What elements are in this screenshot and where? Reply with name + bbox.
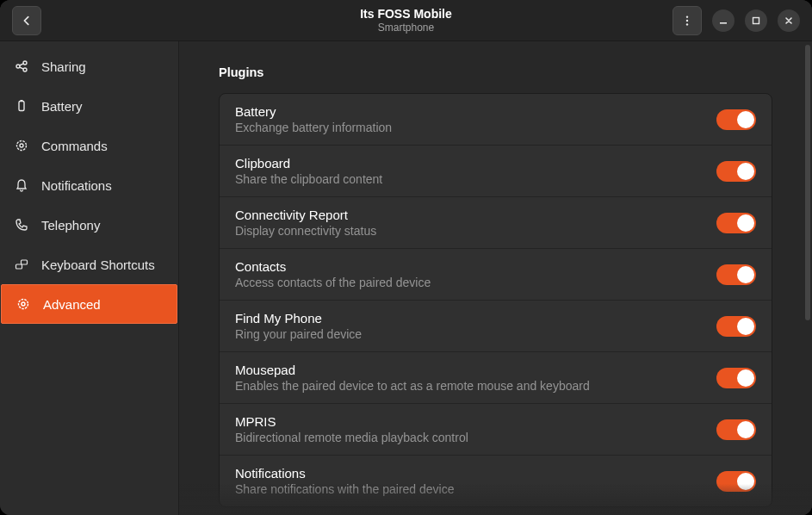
plugin-row-clipboard[interactable]: Clipboard Share the clipboard content xyxy=(220,146,772,197)
sidebar-item-label: Keyboard Shortcuts xyxy=(41,258,155,272)
svg-rect-12 xyxy=(16,264,22,269)
back-button[interactable] xyxy=(12,6,41,35)
svg-point-0 xyxy=(686,16,688,17)
plugin-row-connectivity-report[interactable]: Connectivity Report Display connectivity… xyxy=(220,197,772,249)
kebab-menu-icon xyxy=(681,15,693,27)
share-icon xyxy=(14,59,29,73)
toggle-clipboard[interactable] xyxy=(716,161,756,182)
plugin-row-find-my-phone[interactable]: Find My Phone Ring your paired device xyxy=(220,301,772,352)
window: Its FOSS Mobile Smartphone xyxy=(0,0,812,515)
sidebar-item-label: Telephony xyxy=(41,218,100,233)
sidebar: Sharing Battery Commands Notifications xyxy=(0,41,179,515)
bell-icon xyxy=(14,178,29,192)
plugin-title: Notifications xyxy=(235,466,716,481)
plugin-title: Battery xyxy=(235,104,716,119)
toggle-notifications[interactable] xyxy=(716,471,756,492)
plugin-row-notifications[interactable]: Notifications Share notifications with t… xyxy=(220,456,772,506)
minimize-icon xyxy=(718,16,728,26)
sidebar-item-notifications[interactable]: Notifications xyxy=(0,165,178,205)
plugin-desc: Share the clipboard content xyxy=(235,172,716,186)
gear-icon xyxy=(14,139,29,152)
plugin-list: Battery Exchange battery information Cli… xyxy=(219,93,772,507)
svg-point-5 xyxy=(16,65,20,68)
plugin-row-mousepad[interactable]: Mousepad Enables the paired device to ac… xyxy=(220,352,772,404)
svg-point-2 xyxy=(686,23,688,25)
sidebar-item-label: Sharing xyxy=(41,59,86,74)
sidebar-item-advanced[interactable]: Advanced xyxy=(1,284,177,324)
keyboard-icon xyxy=(14,258,29,271)
svg-rect-9 xyxy=(21,100,23,102)
plugin-title: MPRIS xyxy=(235,414,716,429)
svg-rect-3 xyxy=(720,22,727,24)
svg-point-14 xyxy=(19,300,28,309)
toggle-mousepad[interactable] xyxy=(716,368,756,388)
svg-point-6 xyxy=(23,61,27,65)
section-title: Plugins xyxy=(219,65,772,79)
toggle-find-my-phone[interactable] xyxy=(716,316,756,337)
close-button[interactable] xyxy=(778,9,800,32)
svg-rect-8 xyxy=(19,102,24,111)
plugin-desc: Bidirectional remote media playback cont… xyxy=(235,431,716,444)
plugin-desc: Access contacts of the paired device xyxy=(235,276,716,289)
sidebar-item-label: Notifications xyxy=(41,178,112,193)
plugin-desc: Ring your paired device xyxy=(235,327,716,341)
plugin-title: Find My Phone xyxy=(235,311,716,326)
content-area[interactable]: Plugins Battery Exchange battery informa… xyxy=(179,41,812,515)
close-icon xyxy=(784,16,794,26)
plugin-row-mpris[interactable]: MPRIS Bidirectional remote media playbac… xyxy=(220,404,772,456)
phone-icon xyxy=(14,218,29,232)
svg-point-1 xyxy=(686,19,688,21)
sidebar-item-label: Commands xyxy=(41,139,108,153)
sidebar-item-keyboard-shortcuts[interactable]: Keyboard Shortcuts xyxy=(0,245,178,284)
sidebar-item-battery[interactable]: Battery xyxy=(0,86,178,126)
hamburger-menu-button[interactable] xyxy=(673,6,702,35)
toggle-battery[interactable] xyxy=(716,109,756,130)
plugin-title: Clipboard xyxy=(235,156,716,171)
sidebar-item-sharing[interactable]: Sharing xyxy=(0,47,178,86)
plugin-desc: Share notifications with the paired devi… xyxy=(235,482,716,496)
plugin-row-contacts[interactable]: Contacts Access contacts of the paired d… xyxy=(220,249,772,301)
svg-rect-13 xyxy=(22,260,28,264)
toggle-mpris[interactable] xyxy=(716,419,756,440)
body: Sharing Battery Commands Notifications xyxy=(0,41,812,515)
svg-point-15 xyxy=(22,302,25,306)
battery-icon xyxy=(14,99,29,113)
plugin-title: Mousepad xyxy=(235,363,716,377)
titlebar: Its FOSS Mobile Smartphone xyxy=(0,0,812,41)
plugin-row-battery[interactable]: Battery Exchange battery information xyxy=(220,94,772,146)
svg-rect-4 xyxy=(753,17,759,23)
plugin-title: Connectivity Report xyxy=(235,208,716,222)
plugin-desc: Display connectivity status xyxy=(235,224,716,238)
toggle-connectivity-report[interactable] xyxy=(716,213,756,233)
sidebar-item-telephony[interactable]: Telephony xyxy=(0,205,178,245)
maximize-icon xyxy=(751,16,761,26)
svg-point-11 xyxy=(20,144,23,147)
sidebar-item-label: Advanced xyxy=(43,297,101,312)
chevron-left-icon xyxy=(21,15,33,27)
svg-point-7 xyxy=(23,68,27,71)
svg-point-10 xyxy=(17,141,27,151)
minimize-button[interactable] xyxy=(712,9,735,32)
gear-icon xyxy=(15,297,31,311)
sidebar-item-label: Battery xyxy=(41,99,83,114)
maximize-button[interactable] xyxy=(745,9,767,32)
scrollbar[interactable] xyxy=(805,45,810,320)
toggle-contacts[interactable] xyxy=(716,264,756,285)
plugin-title: Contacts xyxy=(235,259,716,274)
plugin-desc: Exchange battery information xyxy=(235,121,716,134)
sidebar-item-commands[interactable]: Commands xyxy=(0,126,178,165)
plugin-desc: Enables the paired device to act as a re… xyxy=(235,379,716,393)
